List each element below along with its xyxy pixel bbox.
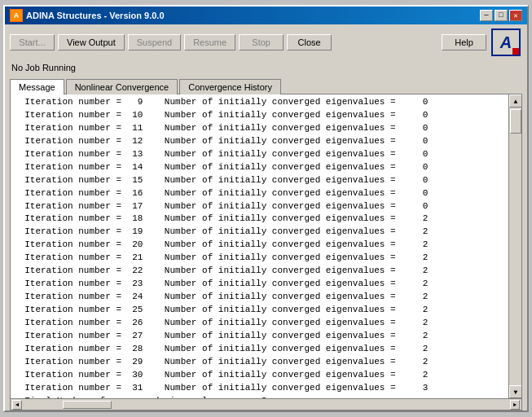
logo-accent (512, 48, 519, 55)
scroll-right-button[interactable]: ► (510, 400, 520, 410)
adina-logo-text: A (500, 33, 512, 52)
main-window: A ADINA Structures - Version 9.0.0 ─ □ ✕… (3, 5, 529, 412)
window-title: ADINA Structures - Version 9.0.0 (26, 11, 165, 20)
help-button[interactable]: Help (442, 34, 486, 50)
text-output: Iteration number = 9 Number of initially… (11, 94, 521, 398)
scroll-up-button[interactable]: ▲ (509, 94, 521, 108)
maximize-button[interactable]: □ (495, 10, 508, 21)
minimize-button[interactable]: ─ (480, 10, 493, 21)
window-close-button[interactable]: ✕ (509, 10, 522, 21)
title-bar-left: A ADINA Structures - Version 9.0.0 (10, 9, 165, 22)
bottom-scrollbar-bar: ◄ ► (11, 398, 521, 410)
title-bar: A ADINA Structures - Version 9.0.0 ─ □ ✕ (5, 7, 527, 24)
status-text: No Job Running (11, 63, 76, 72)
content-area: Iteration number = 9 Number of initially… (10, 94, 522, 410)
app-icon: A (10, 9, 23, 22)
tab-message[interactable]: Message (10, 79, 64, 94)
status-bar: No Job Running (5, 60, 527, 75)
scroll-down-button[interactable]: ▼ (509, 385, 521, 398)
stop-button[interactable]: Stop (239, 34, 284, 50)
scroll-track[interactable] (509, 108, 521, 385)
start-button[interactable]: Start... (10, 34, 55, 50)
tabs-container: Message Nonlinear Convergence Convergenc… (5, 75, 527, 94)
suspend-button[interactable]: Suspend (128, 34, 181, 50)
close-button[interactable]: Close (287, 34, 332, 50)
scroll-h-thumb[interactable] (63, 401, 112, 409)
scroll-left-button[interactable]: ◄ (12, 400, 22, 410)
vertical-scrollbar[interactable]: ▲ ▼ (508, 94, 521, 398)
tab-nonlinear-convergence[interactable]: Nonlinear Convergence (66, 79, 178, 94)
scroll-h-track[interactable] (22, 400, 510, 410)
tab-convergence-history[interactable]: Convergence History (179, 79, 281, 94)
view-output-button[interactable]: View Output (58, 34, 125, 50)
output-text: Iteration number = 9 Number of initially… (11, 94, 508, 398)
resume-button[interactable]: Resume (184, 34, 235, 50)
scroll-thumb[interactable] (510, 109, 521, 134)
adina-logo-area: A (490, 28, 522, 57)
title-controls: ─ □ ✕ (480, 10, 522, 21)
